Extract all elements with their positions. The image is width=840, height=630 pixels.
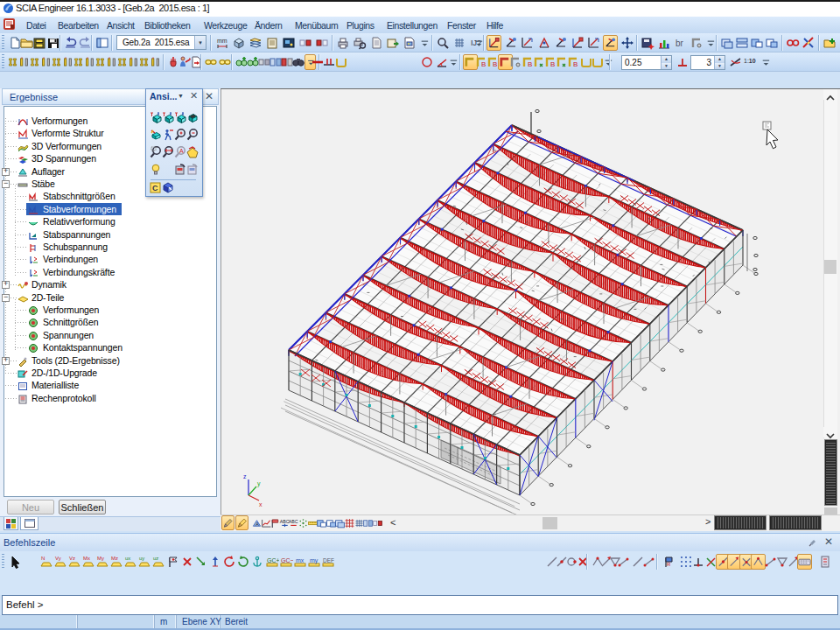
svg-text:DEF: DEF [323, 557, 334, 564]
svg-text:B: B [573, 60, 578, 68]
svg-text:B: B [493, 60, 497, 68]
svg-text:N: N [41, 556, 45, 561]
svg-text:B: B [481, 60, 486, 68]
svg-text:A: A [256, 522, 259, 527]
svg-text:ux: ux [125, 556, 130, 561]
svg-text:GC+: GC+ [267, 557, 279, 564]
svg-text:B: B [550, 60, 555, 68]
svg-text:Mz: Mz [111, 556, 118, 561]
svg-text:B: B [528, 60, 532, 68]
svg-text:x: x [259, 501, 262, 508]
svg-text:C: C [152, 184, 158, 192]
svg-text:uy: uy [139, 556, 144, 561]
svg-text:Vy: Vy [55, 556, 61, 561]
svg-text:y: y [257, 480, 261, 487]
svg-text:R: R [667, 562, 671, 567]
svg-text:my: my [310, 557, 318, 564]
svg-text:mm: mm [217, 38, 228, 44]
svg-text:Mx: Mx [83, 556, 90, 561]
svg-text:br: br [676, 38, 684, 48]
svg-text:A: A [179, 148, 184, 154]
svg-text:Vz: Vz [69, 556, 75, 561]
svg-text:My: My [97, 556, 104, 561]
svg-text:uz: uz [153, 556, 158, 561]
svg-text:mx: mx [296, 557, 304, 564]
svg-text:GC−: GC− [281, 557, 293, 564]
svg-text:z: z [243, 473, 247, 480]
